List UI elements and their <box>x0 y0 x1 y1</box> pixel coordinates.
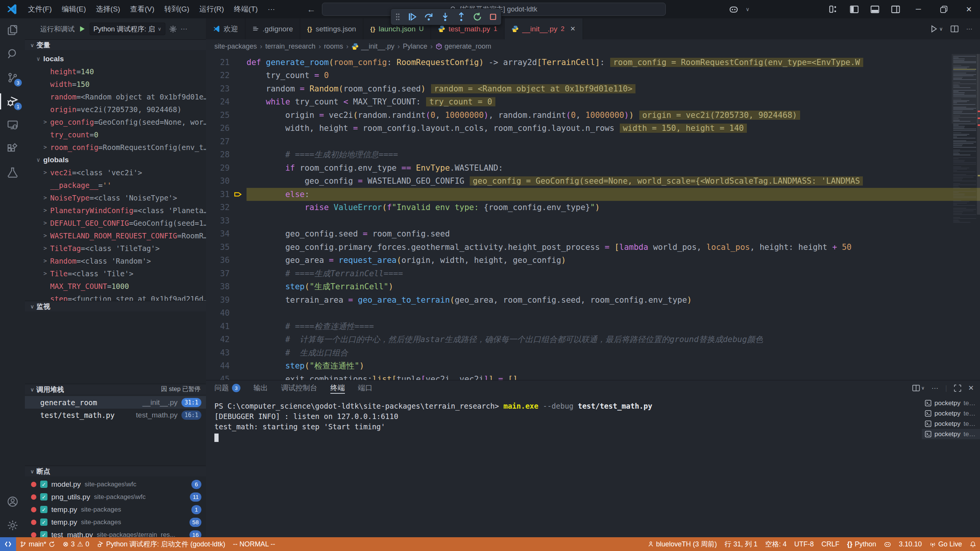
stop-icon[interactable] <box>489 13 497 21</box>
step-over-icon[interactable] <box>424 12 434 21</box>
more-actions-icon[interactable]: ··· <box>931 384 938 392</box>
variable-row[interactable]: >vec2i = <class 'vec2i'> <box>25 166 206 179</box>
breakpoint-checkbox[interactable]: ✓ <box>40 531 47 537</box>
panel-tab-终端[interactable]: 终端 <box>330 380 345 396</box>
variable-row[interactable]: MAX_TRY_COUNT = 1000 <box>25 280 206 292</box>
code-line[interactable]: 22 try_count = 0 <box>206 69 980 82</box>
files-activity-item[interactable] <box>0 18 25 42</box>
account-item[interactable] <box>0 490 25 514</box>
call-stack-frame[interactable]: test/test_math.pytest_math.py16:1 <box>25 409 206 421</box>
code-line[interactable]: 37 # ====生成TerrainCell==== <box>206 267 980 280</box>
restart-icon[interactable] <box>473 12 482 21</box>
variable-row[interactable]: >room_config = RoomRequestConfig(env_t… <box>25 141 206 153</box>
restore-button[interactable] <box>933 0 955 18</box>
language-mode[interactable]: {}Python <box>843 537 880 551</box>
problems[interactable]: ⊗3⚠0 <box>59 537 93 551</box>
panel-tab-端口[interactable]: 端口 <box>358 380 372 396</box>
breakpoint-row[interactable]: ✓png_utils.pysite-packages\wfc11 <box>25 491 206 503</box>
variable-row[interactable]: random = <Random object at 0x1bf9d01e… <box>25 90 206 103</box>
variable-row[interactable]: >Random = <class 'Random'> <box>25 254 206 267</box>
terminal-output[interactable]: PS C:\computer_science\godot-ldtk\site-p… <box>206 396 922 537</box>
code-line[interactable]: 26 width, height = room_config.layout.n_… <box>206 122 980 135</box>
terminal-list-item[interactable]: pocketpyte… <box>922 408 980 419</box>
split-terminal-icon[interactable]: ∨ <box>912 384 924 392</box>
code-line[interactable]: 35 geo_config.primary_forces.geothermal_… <box>206 241 980 254</box>
more-actions-icon[interactable]: ··· <box>181 25 188 33</box>
breakpoint-checkbox[interactable]: ✓ <box>40 481 47 488</box>
code-line[interactable]: 43 # 生成出口组合 <box>206 346 980 360</box>
breadcrumb-item[interactable]: terrain_research <box>265 42 315 51</box>
vim-mode[interactable]: -- NORMAL -- <box>229 537 279 551</box>
breakpoint-row[interactable]: ✓test_math.pysite-packages\terrain_res..… <box>25 528 206 537</box>
extensions-activity-item[interactable] <box>0 137 25 161</box>
menu-item[interactable]: 终端(T) <box>229 3 263 16</box>
watch-header[interactable]: ∨监视 <box>25 301 206 311</box>
git-branch[interactable]: main* <box>16 537 59 551</box>
close-icon[interactable]: ✕ <box>570 25 575 33</box>
tab-settings-json[interactable]: {}settings.json <box>300 18 363 39</box>
variable-row[interactable]: width = 150 <box>25 78 206 90</box>
breadcrumb-item[interactable]: site-packages <box>214 42 257 51</box>
copilot[interactable] <box>880 537 895 551</box>
terminal-list-item[interactable]: pocketpyte… <box>922 429 980 439</box>
menu-item[interactable]: 运行(R) <box>194 3 229 16</box>
code-line[interactable]: 36 geo_area = request_area(origin, width… <box>206 254 980 267</box>
maximize-panel-icon[interactable] <box>954 385 961 392</box>
breadcrumb-item[interactable]: generate_room <box>436 42 491 51</box>
terminal-list-item[interactable]: pocketpyte… <box>922 419 980 429</box>
close-window-button[interactable]: ✕ <box>958 0 980 18</box>
search-activity-item[interactable] <box>0 42 25 66</box>
code-line[interactable]: 33 <box>206 214 980 228</box>
toggle-panel-icon[interactable] <box>866 3 884 16</box>
variable-row[interactable]: height = 140 <box>25 65 206 78</box>
variable-row[interactable]: __package__ = '' <box>25 179 206 191</box>
menu-item[interactable]: 选择(S) <box>91 3 125 16</box>
customize-layout-icon[interactable] <box>825 3 842 16</box>
more-actions-button[interactable]: ··· <box>966 26 972 33</box>
call-stack-frame[interactable]: generate_room__init__.py31:1 <box>25 396 206 409</box>
terminal-list-item[interactable]: pocketpyte… <box>922 398 980 408</box>
code-line[interactable]: 25 origin = vec2i(random.randint(0, 1000… <box>206 109 980 122</box>
variable-row[interactable]: >NoiseType = <class 'NoiseType'> <box>25 191 206 204</box>
variable-row[interactable]: step = <function step at 0x1bf9ad216d… <box>25 292 206 301</box>
breadcrumb-item[interactable]: rooms <box>324 42 343 51</box>
panel-tab-调试控制台[interactable]: 调试控制台 <box>281 380 317 396</box>
code-line[interactable]: 27 <box>206 135 980 148</box>
breadcrumb-item[interactable]: __init__.py <box>351 42 394 51</box>
debug-config[interactable]: Python 调试程序: 启动文件 (godot-ldtk) <box>93 537 229 551</box>
breakpoint-checkbox[interactable]: ✓ <box>40 518 47 526</box>
toggle-secondary-sidebar-icon[interactable] <box>887 3 904 16</box>
toggle-sidebar-icon[interactable] <box>845 3 863 16</box>
variable-row[interactable]: origin = vec2i(7205730, 9024468) <box>25 103 206 116</box>
remote-indicator[interactable] <box>0 537 16 551</box>
panel-tab-输出[interactable]: 输出 <box>253 380 268 396</box>
chevron-down-icon[interactable]: ∨ <box>746 6 750 12</box>
breadcrumb-item[interactable]: Pylance <box>403 42 427 51</box>
menu-item[interactable]: 查看(V) <box>125 3 159 16</box>
breakpoint-checkbox[interactable]: ✓ <box>40 493 47 500</box>
code-line[interactable]: 31 else: <box>206 188 980 201</box>
debug-activity-item[interactable]: 1 <box>0 90 25 113</box>
code-line[interactable]: 24 while try_count < MAX_TRY_COUNT:try_c… <box>206 95 980 109</box>
code-line[interactable]: 41 # ====检查连通性==== <box>206 320 980 333</box>
code-line[interactable]: 40 <box>206 306 980 320</box>
testing-activity-item[interactable] <box>0 161 25 184</box>
variable-group[interactable]: ∨globals <box>25 153 206 166</box>
breakpoint-row[interactable]: ✓temp.pysite-packages58 <box>25 516 206 528</box>
split-editor-button[interactable] <box>951 25 959 33</box>
editor-scrollbar[interactable] <box>977 53 980 380</box>
call-stack-header[interactable]: ∨调用堆栈 因 step 已暂停 <box>25 384 206 395</box>
remote-explorer-activity-item[interactable] <box>0 113 25 137</box>
step-into-icon[interactable] <box>441 12 450 21</box>
code-line[interactable]: 34 geo_config.seed = room_config.seed <box>206 227 980 241</box>
start-debug-icon[interactable] <box>78 25 86 33</box>
breakpoints-header[interactable]: ∨断点 <box>25 466 206 476</box>
go-live[interactable]: Go Live <box>926 537 966 551</box>
variable-row[interactable]: >PlanetaryWindConfig = <class 'Planeta… <box>25 204 206 217</box>
code-line[interactable]: 28 # ====生成初始地理信息==== <box>206 148 980 161</box>
code-editor[interactable]: 2021def generate_room(room_config: RoomR… <box>206 53 980 380</box>
code-line[interactable]: 45 exit_combinations:list[tuple[vec2i, v… <box>206 373 980 380</box>
variable-row[interactable]: try_count = 0 <box>25 128 206 141</box>
eol[interactable]: CRLF <box>818 537 843 551</box>
variable-row[interactable]: >WASTELAND_ROOM_REQUEST_CONFIG = RoomR… <box>25 229 206 242</box>
